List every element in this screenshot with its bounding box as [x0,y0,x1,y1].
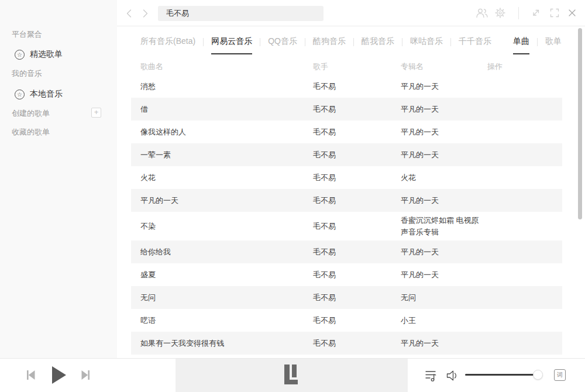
close-icon[interactable] [567,8,577,20]
scrollbar-thumb[interactable] [578,28,582,219]
album-name: 平凡的一天 [401,146,487,164]
artist-name: 毛不易 [313,247,401,257]
table-row[interactable]: 无问 毛不易 无问 [131,286,562,309]
album-name: 平凡的一天 [401,335,487,352]
tab-qianqian[interactable]: 千千音乐 [459,36,491,53]
artist-name: 毛不易 [313,127,401,137]
sidebar-item-label: 本地音乐 [30,89,63,99]
sidebar: 平台聚合 ☆ 精选歌单 我的音乐 ☆ 本地音乐 创建的歌单 + 收藏的歌单 [0,0,117,358]
player-center-panel [176,359,408,392]
tab-migu[interactable]: 咪咕音乐 [410,36,443,53]
back-icon[interactable] [126,9,133,18]
sidebar-section-my-music: 我的音乐 [12,68,42,79]
tab-separator [402,38,402,46]
song-name: 不染 [131,221,313,232]
song-name: 无问 [131,293,313,303]
volume-speaker-icon[interactable] [446,370,459,381]
search-results-table: 歌曲名 歌手 专辑名 操作 消愁 毛不易 平凡的一天 借 毛不易 平凡的一天 像… [131,59,562,358]
topbar-divider [518,7,519,19]
tab-separator [450,38,451,46]
now-playing-list-icon[interactable] [425,369,437,382]
album-name: 平凡的一天 [401,192,487,209]
previous-track-icon[interactable] [26,370,36,380]
sidebar-item-featured-playlists[interactable]: ☆ 精选歌单 [15,49,63,60]
table-row[interactable]: 如果有一天我变得很有钱 毛不易 平凡的一天 [131,332,562,355]
tab-separator [305,38,305,46]
next-track-icon[interactable] [81,370,91,380]
mini-mode-icon[interactable] [531,8,541,20]
album-name: 平凡的一天 [401,78,487,95]
maximize-icon[interactable] [550,8,559,20]
tab-netease[interactable]: 网易云音乐 [211,36,252,54]
settings-gear-icon[interactable] [495,8,505,20]
tab-all-music[interactable]: 所有音乐(Beta) [140,36,195,53]
player-bar: 词 [0,358,585,392]
lyrics-toggle-button[interactable]: 词 [554,369,566,381]
forward-icon[interactable] [142,9,149,18]
artist-name: 毛不易 [313,270,401,280]
table-row[interactable]: 给你给我 毛不易 平凡的一天 [131,240,562,263]
song-name: 借 [131,104,313,115]
song-name: 像我这样的人 [131,127,313,137]
tab-separator [537,38,538,46]
table-row[interactable]: 呓语 毛不易 小王 [131,309,562,332]
table-row[interactable]: 盛夏 毛不易 平凡的一天 [131,263,562,286]
table-row[interactable]: 消愁 毛不易 平凡的一天 [131,75,562,98]
song-name: 如果有一天我变得很有钱 [131,338,313,349]
tab-separator [203,38,204,46]
table-header-row: 歌曲名 歌手 专辑名 操作 [131,59,562,75]
top-bar [117,0,585,26]
tab-playlists[interactable]: 歌单 [545,36,562,53]
table-row[interactable]: 不染 毛不易 香蜜沉沉烬如霜 电视原声音乐专辑 [131,212,562,240]
artist-name: 毛不易 [313,173,401,183]
result-type-tabs: 单曲 歌单 [513,36,562,54]
star-circle-icon: ☆ [15,50,25,60]
volume-slider-knob[interactable] [533,370,543,380]
table-row[interactable]: 像我这样的人 毛不易 平凡的一天 [131,121,562,143]
tab-separator [260,38,260,46]
sidebar-section-favorited-playlists: 收藏的歌单 [12,127,50,137]
tab-kugou[interactable]: 酷狗音乐 [313,36,346,53]
artist-name: 毛不易 [313,195,401,206]
search-tabs: 所有音乐(Beta) 网易云音乐 QQ音乐 酷狗音乐 酷我音乐 咪咕音乐 千千音… [140,36,562,54]
album-name: 香蜜沉沉烬如霜 电视原声音乐专辑 [401,212,487,240]
album-name: 小王 [401,312,487,329]
tab-qq-music[interactable]: QQ音乐 [268,36,297,53]
table-row[interactable]: 平凡的一天 毛不易 平凡的一天 [131,189,562,212]
album-name: 平凡的一天 [401,101,487,118]
sidebar-item-label: 精选歌单 [30,49,63,60]
column-header-artist: 歌手 [313,61,401,72]
add-playlist-button[interactable]: + [91,108,101,118]
artist-name: 毛不易 [313,221,401,232]
table-row[interactable]: 火花 毛不易 火花 [131,166,562,189]
star-circle-icon: ☆ [15,90,25,99]
album-name: 无问 [401,289,487,307]
source-tabs: 所有音乐(Beta) 网易云音乐 QQ音乐 酷狗音乐 酷我音乐 咪咕音乐 千千音… [140,36,491,54]
sidebar-section-platform: 平台聚合 [12,29,42,40]
play-icon[interactable] [51,366,67,384]
table-row[interactable]: 借 毛不易 平凡的一天 [131,98,562,121]
search-input[interactable] [158,6,324,21]
artist-name: 毛不易 [313,338,401,349]
sidebar-section-created-playlists: 创建的歌单 [12,108,50,119]
song-name: 平凡的一天 [131,195,313,206]
tab-separator [353,38,354,46]
tab-singles[interactable]: 单曲 [513,36,529,54]
song-name: 消愁 [131,81,313,92]
table-row[interactable]: 一荤一素 毛不易 平凡的一天 [131,143,562,166]
listen1-logo [284,365,298,384]
artist-name: 毛不易 [313,315,401,326]
artist-name: 毛不易 [313,104,401,115]
song-name: 火花 [131,173,313,183]
column-header-song: 歌曲名 [131,61,313,72]
volume-slider-track[interactable] [465,374,539,376]
album-name: 平凡的一天 [401,123,487,141]
album-name: 平凡的一天 [401,266,487,284]
song-name: 一荤一素 [131,150,313,160]
sidebar-item-local-music[interactable]: ☆ 本地音乐 [15,89,63,99]
artist-name: 毛不易 [313,293,401,303]
my-account-icon[interactable] [476,8,488,21]
tab-kuwo[interactable]: 酷我音乐 [362,36,394,53]
album-name: 平凡的一天 [401,243,487,261]
artist-name: 毛不易 [313,81,401,92]
